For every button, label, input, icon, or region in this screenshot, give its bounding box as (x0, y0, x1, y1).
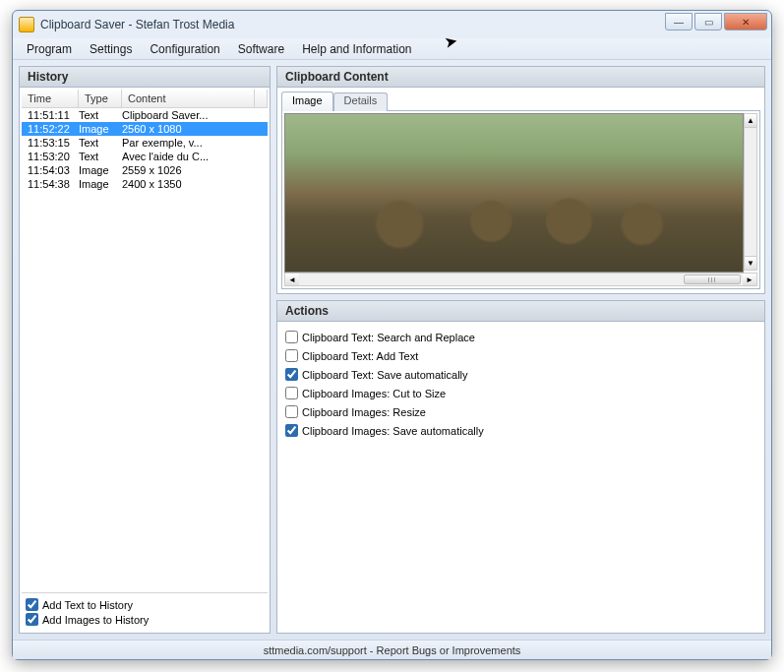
cell-type: Text (79, 151, 122, 162)
horizontal-scrollbar[interactable]: ◄ III ► (284, 273, 757, 286)
action-item-4[interactable]: Clipboard Images: Resize (285, 402, 756, 421)
maximize-button[interactable]: ▭ (694, 13, 722, 31)
cell-content: Par exemple, v... (122, 137, 268, 149)
menu-help[interactable]: Help and Information (294, 40, 419, 58)
cell-content: 2559 x 1026 (122, 164, 268, 176)
action-label: Clipboard Text: Search and Replace (302, 332, 475, 343)
action-item-3[interactable]: Clipboard Images: Cut to Size (285, 384, 756, 402)
col-tail (255, 90, 268, 107)
actions-panel: Actions Clipboard Text: Search and Repla… (276, 300, 765, 634)
action-checkbox[interactable] (285, 387, 298, 399)
cell-time: 11:53:20 (22, 151, 79, 162)
action-checkbox[interactable] (285, 424, 298, 437)
add-images-input[interactable] (26, 613, 38, 626)
col-time[interactable]: Time (22, 90, 79, 107)
cell-time: 11:54:38 (22, 178, 79, 190)
image-frame: ▲ ▼ ◄ III ► (281, 110, 760, 289)
scroll-up-icon[interactable]: ▲ (745, 114, 756, 128)
table-row[interactable]: 11:53:15TextPar exemple, v... (22, 136, 268, 150)
close-button[interactable]: ✕ (724, 13, 767, 31)
cell-content: Avec l'aide du C... (122, 151, 268, 162)
statusbar: sttmedia.com/support - Report Bugs or Im… (13, 640, 771, 659)
cell-content: Clipboard Saver... (122, 109, 268, 121)
actions-body: Clipboard Text: Search and ReplaceClipbo… (277, 322, 764, 633)
history-table-header: Time Type Content (22, 90, 268, 108)
action-item-0[interactable]: Clipboard Text: Search and Replace (285, 328, 756, 346)
col-content[interactable]: Content (122, 90, 255, 107)
scroll-down-icon[interactable]: ▼ (745, 256, 756, 270)
add-images-label: Add Images to History (42, 614, 149, 626)
app-icon (19, 17, 34, 32)
history-footer: Add Text to History Add Images to Histor… (22, 592, 268, 631)
action-label: Clipboard Text: Save automatically (302, 369, 468, 381)
action-label: Clipboard Images: Resize (302, 406, 426, 418)
action-item-5[interactable]: Clipboard Images: Save automatically (285, 421, 756, 440)
action-item-1[interactable]: Clipboard Text: Add Text (285, 346, 756, 365)
history-title: History (20, 67, 270, 88)
titlebar[interactable]: Clipboard Saver - Stefan Trost Media — ▭… (13, 11, 771, 38)
add-text-checkbox[interactable]: Add Text to History (26, 597, 264, 612)
cell-content: 2560 x 1080 (122, 123, 268, 135)
hscroll-track[interactable]: III (299, 274, 743, 285)
cell-time: 11:51:11 (22, 109, 79, 121)
cell-time: 11:53:15 (22, 137, 79, 149)
vertical-scrollbar[interactable]: ▲ ▼ (744, 113, 757, 271)
menu-software[interactable]: Software (230, 40, 292, 58)
add-text-label: Add Text to History (42, 599, 133, 611)
window-title: Clipboard Saver - Stefan Trost Media (40, 18, 665, 31)
cell-time: 11:54:03 (22, 164, 79, 176)
menu-configuration[interactable]: Configuration (142, 40, 227, 58)
table-row[interactable]: 11:54:03Image2559 x 1026 (22, 163, 268, 177)
table-row[interactable]: 11:53:20TextAvec l'aide du C... (22, 150, 268, 163)
clipboard-content-title: Clipboard Content (277, 67, 764, 88)
table-row[interactable]: 11:52:22Image2560 x 1080 (22, 122, 268, 136)
clipboard-content-panel: Clipboard Content Image Details ▲ ▼ ◄ (276, 66, 765, 294)
clipboard-image-preview (284, 113, 744, 273)
history-rows: 11:51:11TextClipboard Saver...11:52:22Im… (22, 108, 268, 592)
cell-type: Image (79, 123, 122, 135)
status-text: sttmedia.com/support - Report Bugs or Im… (264, 644, 521, 656)
cell-type: Image (79, 164, 122, 176)
action-label: Clipboard Images: Save automatically (302, 425, 484, 437)
add-images-checkbox[interactable]: Add Images to History (26, 612, 264, 627)
cell-type: Text (79, 109, 122, 121)
cell-time: 11:52:22 (22, 123, 79, 135)
app-window: Clipboard Saver - Stefan Trost Media — ▭… (12, 10, 772, 660)
actions-title: Actions (277, 301, 764, 322)
tab-details[interactable]: Details (333, 92, 389, 111)
action-item-2[interactable]: Clipboard Text: Save automatically (285, 365, 756, 384)
table-row[interactable]: 11:54:38Image2400 x 1350 (22, 177, 268, 191)
col-type[interactable]: Type (79, 90, 122, 107)
scroll-left-icon[interactable]: ◄ (285, 274, 299, 285)
cell-type: Image (79, 178, 122, 190)
cell-content: 2400 x 1350 (122, 178, 268, 190)
menu-program[interactable]: Program (19, 40, 80, 58)
action-checkbox[interactable] (285, 368, 298, 381)
table-row[interactable]: 11:51:11TextClipboard Saver... (22, 108, 268, 122)
action-label: Clipboard Text: Add Text (302, 350, 418, 362)
add-text-input[interactable] (26, 598, 38, 611)
scroll-right-icon[interactable]: ► (743, 274, 756, 285)
menubar: Program Settings Configuration Software … (13, 38, 771, 60)
action-checkbox[interactable] (285, 331, 298, 343)
cell-type: Text (79, 137, 122, 149)
history-panel: History Time Type Content 11:51:11TextCl… (19, 66, 271, 634)
minimize-button[interactable]: — (665, 13, 693, 31)
action-checkbox[interactable] (285, 405, 298, 418)
hscroll-thumb[interactable]: III (684, 275, 741, 284)
action-label: Clipboard Images: Cut to Size (302, 388, 446, 399)
menu-settings[interactable]: Settings (82, 40, 140, 58)
action-checkbox[interactable] (285, 349, 298, 362)
tab-image[interactable]: Image (281, 92, 333, 111)
